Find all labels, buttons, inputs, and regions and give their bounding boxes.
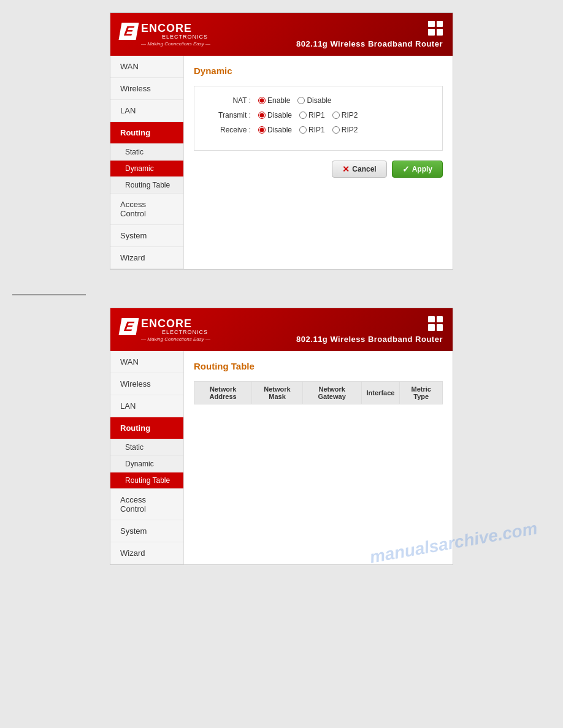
nat-enable-label: Enable <box>267 96 290 105</box>
nat-label: NAT : <box>209 96 258 105</box>
col-network-mask: Network Mask <box>252 382 302 404</box>
receive-rip2-radio[interactable] <box>332 126 340 134</box>
logo-name-2: ENCORE <box>141 318 208 329</box>
logo-area-2: E ENCORE ELECTRONICS — Making Connection… <box>120 318 210 342</box>
receive-rip1-radio[interactable] <box>299 126 307 134</box>
receive-row: Receive : Disable RIP1 <box>209 126 427 134</box>
sidebar-item-lan-2[interactable]: LAN <box>110 395 183 417</box>
receive-radio-group: Disable RIP1 RIP2 <box>258 126 358 134</box>
logo-sub-2: ELECTRONICS <box>162 329 208 335</box>
sidebar-item-access-control[interactable]: Access Control <box>110 194 183 225</box>
transmit-rip2-radio[interactable] <box>332 112 340 119</box>
nat-disable-option[interactable]: Disable <box>297 96 331 105</box>
header-right-2: 802.11g Wireless Broadband Router <box>296 316 443 344</box>
sidebar-subitem-routing-table-2[interactable]: Routing Table <box>110 472 183 489</box>
sidebar-item-system-2[interactable]: System <box>110 520 183 542</box>
sidebar-2: WAN Wireless LAN Routing Static Dynamic … <box>110 351 184 564</box>
transmit-disable-radio[interactable] <box>258 112 266 119</box>
apply-icon: ✓ <box>402 164 410 174</box>
receive-rip1-option[interactable]: RIP1 <box>299 126 325 134</box>
transmit-label: Transmit : <box>209 111 258 119</box>
col-network-address: Network Address <box>194 382 252 404</box>
router-panel-2: E ENCORE ELECTRONICS — Making Connection… <box>110 308 453 565</box>
header-right: 802.11g Wireless Broadband Router <box>296 21 443 48</box>
sidebar-item-routing-2[interactable]: Routing <box>110 417 183 439</box>
col-metric-type: Metric Type <box>400 382 443 404</box>
sidebar-item-wizard-2[interactable]: Wizard <box>110 542 183 564</box>
transmit-rip1-label: RIP1 <box>308 111 325 119</box>
transmit-radio-group: Disable RIP1 RIP2 <box>258 111 358 119</box>
sidebar-item-lan[interactable]: LAN <box>110 100 183 122</box>
section-title-routing-table: Routing Table <box>194 361 443 371</box>
logo-name: ENCORE <box>141 23 208 34</box>
nat-enable-radio[interactable] <box>258 97 266 104</box>
sidebar-subitem-routing-table[interactable]: Routing Table <box>110 177 183 194</box>
sidebar-item-routing[interactable]: Routing <box>110 122 183 144</box>
divider <box>12 294 86 295</box>
sidebar-item-access-control-2[interactable]: Access Control <box>110 489 183 520</box>
dynamic-form: NAT : Enable Disable <box>194 86 443 151</box>
logo-area: E ENCORE ELECTRONICS — Making Connection… <box>120 23 210 47</box>
cancel-icon: ✕ <box>342 164 350 174</box>
router-panel-1: E ENCORE ELECTRONICS — Making Connection… <box>110 12 453 270</box>
sidebar-item-wan-2[interactable]: WAN <box>110 351 183 373</box>
button-group-1: ✕ Cancel ✓ Apply <box>194 161 443 178</box>
apply-button-1[interactable]: ✓ Apply <box>392 161 443 178</box>
sidebar-item-wireless-2[interactable]: Wireless <box>110 373 183 395</box>
receive-disable-label: Disable <box>267 126 292 134</box>
logo-sub: ELECTRONICS <box>162 34 208 40</box>
cancel-label-1: Cancel <box>352 165 376 173</box>
nat-disable-label: Disable <box>307 96 331 105</box>
logo-icon-2: E <box>119 318 139 335</box>
receive-rip1-label: RIP1 <box>308 126 325 134</box>
sidebar-item-system[interactable]: System <box>110 225 183 247</box>
sidebar-item-wireless[interactable]: Wireless <box>110 78 183 100</box>
main-layout-1: WAN Wireless LAN Routing Static Dynamic … <box>110 56 453 269</box>
receive-label: Receive : <box>209 126 258 134</box>
grid-icon <box>428 21 443 36</box>
receive-disable-radio[interactable] <box>258 126 266 134</box>
nat-enable-option[interactable]: Enable <box>258 96 290 105</box>
receive-rip2-label: RIP2 <box>342 126 358 134</box>
cancel-button-1[interactable]: ✕ Cancel <box>332 161 386 178</box>
receive-disable-option[interactable]: Disable <box>258 126 292 134</box>
col-network-gateway: Network Gateway <box>302 382 361 404</box>
sidebar-subitem-dynamic[interactable]: Dynamic <box>110 161 183 177</box>
transmit-rip1-option[interactable]: RIP1 <box>299 111 325 119</box>
grid-icon-2 <box>428 316 443 331</box>
logo-tagline-2: — Making Connections Easy — <box>141 336 210 342</box>
header-1: E ENCORE ELECTRONICS — Making Connection… <box>110 13 453 56</box>
transmit-rip2-option[interactable]: RIP2 <box>332 111 358 119</box>
transmit-rip1-radio[interactable] <box>299 112 307 119</box>
sidebar-subitem-static[interactable]: Static <box>110 144 183 161</box>
routing-table: Network Address Network Mask Network Gat… <box>194 381 443 404</box>
transmit-disable-label: Disable <box>267 111 292 119</box>
sidebar-item-wizard[interactable]: Wizard <box>110 247 183 269</box>
transmit-disable-option[interactable]: Disable <box>258 111 292 119</box>
nat-radio-group: Enable Disable <box>258 96 331 105</box>
header-subtitle-2: 802.11g Wireless Broadband Router <box>296 335 443 344</box>
sidebar-1: WAN Wireless LAN Routing Static Dynamic … <box>110 56 184 269</box>
transmit-rip2-label: RIP2 <box>342 111 358 119</box>
sidebar-item-wan[interactable]: WAN <box>110 56 183 78</box>
content-2: Routing Table Network Address Network Ma… <box>184 351 453 564</box>
section-title-dynamic: Dynamic <box>194 66 443 76</box>
logo-tagline: — Making Connections Easy — <box>141 41 210 47</box>
nat-row: NAT : Enable Disable <box>209 96 427 105</box>
sidebar-subitem-dynamic-2[interactable]: Dynamic <box>110 456 183 472</box>
header-2: E ENCORE ELECTRONICS — Making Connection… <box>110 308 453 351</box>
header-subtitle: 802.11g Wireless Broadband Router <box>296 39 443 48</box>
content-1: Dynamic NAT : Enable Disable <box>184 56 453 269</box>
logo-icon: E <box>119 23 139 40</box>
apply-label-1: Apply <box>412 165 432 173</box>
main-layout-2: WAN Wireless LAN Routing Static Dynamic … <box>110 351 453 564</box>
nat-disable-radio[interactable] <box>297 97 305 104</box>
receive-rip2-option[interactable]: RIP2 <box>332 126 358 134</box>
transmit-row: Transmit : Disable RIP1 <box>209 111 427 119</box>
sidebar-subitem-static-2[interactable]: Static <box>110 439 183 456</box>
col-interface: Interface <box>361 382 400 404</box>
